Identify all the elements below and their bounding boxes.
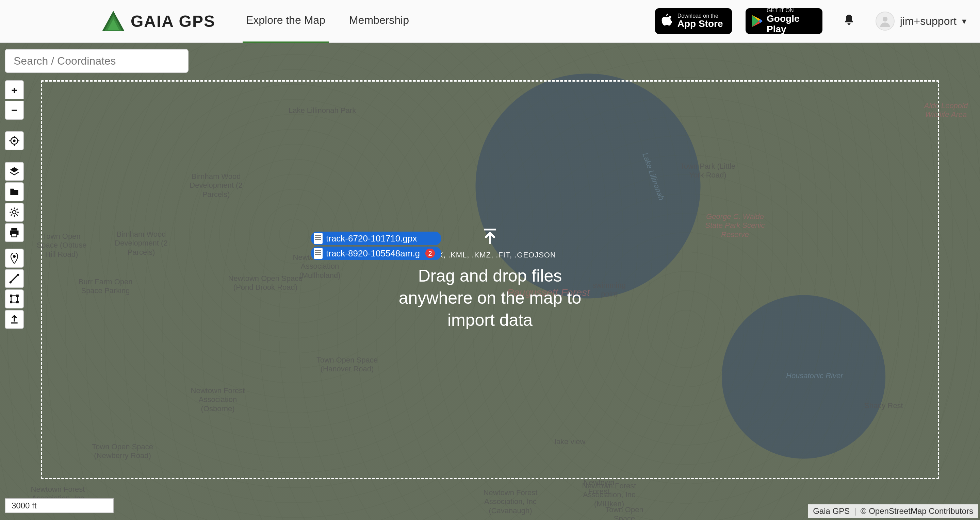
zoom-out-button[interactable]: − — [5, 101, 24, 120]
user-menu[interactable]: jim+support ▾ — [875, 11, 966, 31]
notifications-icon[interactable] — [843, 13, 855, 30]
waypoint-button[interactable] — [5, 249, 24, 268]
map-label: Aldo Leopold Wildlife Area — [919, 101, 973, 119]
user-icon — [879, 15, 891, 27]
map-label: Lake Lillinonah — [640, 152, 666, 202]
map-label: Town Open Space — [599, 506, 650, 520]
header: GAIA GPS Explore the Map Membership Down… — [0, 0, 980, 43]
file-count-badge: 2 — [425, 249, 435, 258]
drop-text-1: Drag and drop files — [399, 265, 581, 287]
apple-icon — [661, 14, 673, 29]
attr-brand[interactable]: Gaia GPS — [813, 506, 850, 515]
file-icon — [314, 233, 323, 244]
attribution: Gaia GPS | © OpenStreetMap Contributors — [808, 504, 978, 518]
brand-text: GAIA GPS — [130, 12, 215, 31]
map-label: Burr Farm Open Space Parking — [72, 277, 140, 295]
import-button[interactable] — [5, 310, 24, 329]
drop-text-3: import data — [399, 309, 581, 331]
map-label: Birnham Wood Development (2 Parcels) — [177, 172, 255, 199]
scale-bar: 3000 ft — [5, 498, 114, 513]
zoom-in-button[interactable]: + — [5, 80, 24, 99]
print-button[interactable] — [5, 223, 24, 242]
logo-icon — [102, 11, 124, 31]
file-icon — [314, 248, 323, 259]
map-label: Housatonic River — [786, 371, 843, 380]
map-canvas[interactable]: + − Lake Lillinonah Park Birnham Wood De… — [0, 43, 980, 520]
map-label: Newtown Forest Association, Inc (Cavanau… — [469, 488, 551, 515]
settings-button[interactable] — [5, 203, 24, 222]
map-label: Paugussett Forest — [507, 286, 590, 299]
nav-explore[interactable]: Explore the Map — [243, 0, 329, 44]
map-label: Town Open Space (Newberry Road) — [89, 442, 156, 460]
chevron-down-icon: ▾ — [962, 16, 966, 27]
map-label: lake view — [555, 438, 585, 446]
dropzone: .GPX, .KML, .KMZ, .FIT, .GEOJSON Drag an… — [41, 80, 939, 479]
map-label: swimming point — [585, 281, 633, 299]
file-name: track-8920-105548am.g — [326, 248, 420, 259]
svg-rect-18 — [10, 295, 12, 297]
google-play-icon — [752, 14, 762, 28]
play-store-badge[interactable]: GET IT ON Google Play — [746, 8, 822, 34]
drop-text-2: anywhere on the map to — [399, 287, 581, 309]
locate-button[interactable] — [5, 131, 24, 150]
dragged-file[interactable]: track-8920-105548am.g 2 — [311, 247, 441, 260]
map-label: Town Park (Little York Road) — [674, 162, 742, 180]
svg-rect-13 — [12, 234, 17, 237]
logo[interactable]: GAIA GPS — [102, 11, 215, 31]
map-label: Lake Lillinonah Park — [288, 106, 356, 115]
map-label: Newtown Open Space (Pond Brook Road) — [224, 274, 306, 292]
svg-point-10 — [13, 211, 16, 214]
svg-point-14 — [13, 255, 16, 258]
attr-osm[interactable]: © OpenStreetMap Contributors — [861, 506, 973, 515]
map-label: Shady Rest — [864, 401, 903, 410]
svg-rect-20 — [10, 301, 12, 303]
avatar — [875, 11, 894, 31]
map-label: Town Open Space (Hanover Road) — [313, 356, 381, 374]
map-label: Birnham Wood Development (2 Parcels) — [102, 230, 180, 257]
saved-button[interactable] — [5, 182, 24, 201]
map-label: Newtown Forest Association (Osborne) — [184, 386, 252, 413]
app-store-small: Download on the — [678, 13, 723, 19]
dragged-file[interactable]: track-6720-101710.gpx — [311, 231, 441, 245]
file-name: track-6720-101710.gpx — [326, 233, 417, 244]
svg-rect-21 — [16, 301, 19, 303]
search-input[interactable] — [5, 49, 189, 73]
app-store-badge[interactable]: Download on the App Store — [655, 8, 732, 34]
map-label: George C. Waldo State Park Scenic Reserv… — [701, 212, 769, 239]
layers-button[interactable] — [5, 162, 24, 181]
map-label: Newtown Forest Association, Inc (Millike… — [568, 482, 650, 509]
map-label: Newtown Forest — [575, 478, 623, 496]
svg-marker-3 — [752, 15, 759, 27]
svg-point-15 — [10, 281, 11, 283]
area-button[interactable] — [5, 289, 24, 308]
svg-rect-11 — [11, 228, 18, 231]
play-store-big: Google Play — [767, 14, 816, 35]
svg-point-7 — [883, 17, 888, 21]
svg-rect-19 — [16, 295, 19, 297]
svg-point-16 — [17, 274, 19, 276]
dragged-files: track-6720-101710.gpx track-8920-105548a… — [311, 231, 441, 260]
route-button[interactable] — [5, 269, 24, 288]
user-name: jim+support — [900, 15, 956, 27]
map-label: Town Open Space (Obtuse Hill Road) — [33, 232, 91, 259]
svg-point-9 — [13, 140, 16, 142]
primary-nav: Explore the Map Membership — [243, 0, 412, 44]
nav-membership[interactable]: Membership — [346, 0, 412, 44]
play-store-small: GET IT ON — [767, 8, 816, 14]
app-store-big: App Store — [678, 19, 723, 29]
